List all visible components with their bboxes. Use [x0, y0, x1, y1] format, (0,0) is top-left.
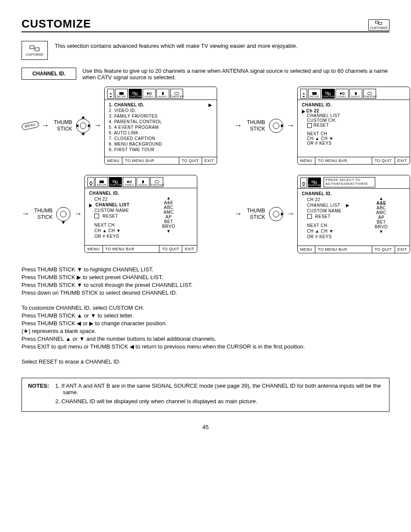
svg-rect-25 [326, 92, 328, 94]
svg-rect-3 [35, 48, 39, 51]
svg-rect-26 [328, 93, 330, 95]
svg-rect-13 [133, 92, 135, 94]
screen-title: CHANNEL ID. [302, 191, 350, 196]
svg-rect-24 [312, 92, 317, 95]
note-item: CHANNEL ID will be displayed only when c… [55, 398, 383, 404]
preset-item: BET [358, 220, 405, 224]
preset-item: ABC [358, 205, 405, 210]
svg-rect-2 [30, 46, 34, 49]
svg-marker-22 [302, 93, 305, 94]
notes-label: NOTES: [28, 383, 49, 407]
row: OR # KEYS [302, 141, 405, 146]
row: CH ▲ CH ▼ [89, 228, 137, 233]
tab-theater: THEATER [363, 89, 376, 99]
tab-customize: CUSTOMIZE [308, 177, 321, 187]
svg-rect-39 [113, 180, 115, 182]
svg-point-20 [273, 123, 279, 129]
tab-customize: CUSTOMIZE [322, 89, 335, 99]
svg-point-31 [56, 207, 70, 221]
page-title: CUSTOMIZE [22, 17, 91, 31]
customize-icon-corner: CUSTOMIZE [368, 19, 389, 31]
tab-theater: THEATER [170, 89, 183, 99]
thumb-stick-label: THUMB STICK [245, 208, 265, 220]
menu-item: 3. FAMILY FAVORITES [109, 114, 212, 118]
arrow-right-icon [287, 121, 295, 130]
flow-grid: MENU THUMB STICK SETUP CUSTOMIZE VIDEO A… [22, 87, 389, 253]
tab-video: VIDEO [123, 177, 136, 187]
row: CUSTOM NAME [89, 208, 137, 213]
instruction-line: Press CHANNEL ▲ or ▼ and the number butt… [22, 336, 389, 342]
preset-item: AP [358, 215, 405, 220]
menu-tab-bar: CUSTOMIZE PRESS SELECT TO ACTIVATE/DEACT… [298, 175, 410, 189]
svg-marker-51 [305, 183, 305, 185]
checkbox-icon [307, 123, 312, 128]
svg-marker-36 [89, 183, 90, 184]
arrow-right-icon [94, 121, 102, 130]
tab-video: VIDEO [143, 89, 156, 99]
note-item: If ANT A and ANT B are in the same SIGNA… [55, 383, 383, 395]
flow-cell-2: THUMB STICK SETUP CUSTOMIZE VIDEO AUDIO … [234, 87, 410, 165]
svg-marker-37 [92, 183, 93, 184]
tab-setup: SETUP [95, 177, 108, 187]
tab-video: VIDEO [336, 89, 349, 99]
svg-rect-40 [115, 181, 118, 183]
tab-setup: SETUP [115, 89, 128, 99]
instruction-line: Press down on THUMB STICK to select desi… [22, 289, 389, 296]
preset-item: AMC [358, 210, 405, 215]
svg-rect-52 [312, 181, 314, 183]
intro-icon-cell: CUSTOMIZE [22, 41, 48, 60]
instructions: Press THUMB STICK ▼ to highlight CHANNEL… [22, 266, 389, 365]
preset-item: ▲ [358, 196, 405, 201]
row: CUSTOM CH. [302, 118, 405, 123]
left-col: CHANNEL ID. CH 22 CHANNEL LIST▶ CUSTOM N… [302, 191, 350, 243]
arrow-right-icon [234, 209, 242, 218]
notes-box: NOTES: If ANT A and ANT B are in the sam… [22, 378, 389, 412]
svg-marker-10 [109, 93, 112, 94]
tab-setup: SETUP [308, 89, 321, 99]
thumb-stick-label: THUMB STICK [52, 119, 72, 132]
preset-item: ABC [145, 205, 193, 210]
svg-marker-49 [302, 185, 305, 186]
page-header: CUSTOMIZE CUSTOMIZE [22, 17, 389, 32]
preset-item: BRVO [358, 224, 405, 229]
svg-marker-11 [109, 96, 112, 97]
channel-list-body: CHANNEL ID. CH 22 CHANNEL LIST CUSTOM NA… [85, 188, 197, 245]
menu-screen-channel-list: SETUP CUSTOMIZE VIDEO AUDIO THEATER CHAN… [84, 175, 197, 253]
thumb-stick-icon [75, 113, 91, 138]
preset-item: AP [145, 215, 193, 219]
channel-id-body: CHANNEL ID. Ch 22 CHANNEL LIST CUSTOM CH… [298, 100, 410, 157]
tab-audio: AUDIO [349, 89, 362, 99]
row: CHANNEL LIST [302, 113, 405, 118]
customize-icon: CUSTOMIZE [25, 44, 45, 57]
preset-item: A&E [145, 200, 193, 205]
thumb-stick-icon [268, 113, 284, 138]
flow-cell-3: THUMB STICK SETUP CUSTOMIZE VIDEO AUDIO … [22, 175, 217, 253]
svg-rect-27 [340, 93, 342, 94]
row: CH ▲ CH ▼ [302, 229, 350, 233]
preset-item: AMC [145, 210, 193, 215]
flow-cell-4: THUMB STICK CUSTOMIZE PRESS SELECT TO AC… [234, 175, 410, 253]
arrow-right-icon [234, 121, 242, 130]
row: RESET [302, 123, 405, 128]
svg-rect-15 [147, 93, 149, 94]
tab-customize: CUSTOMIZE [109, 177, 122, 187]
menu-screen-channel-id: SETUP CUSTOMIZE VIDEO AUDIO THEATER CHAN… [297, 87, 410, 165]
svg-rect-1 [379, 22, 382, 25]
cursor-tab-icon [87, 177, 94, 187]
row: NEXT CH [302, 223, 350, 228]
instruction-line: Press THUMB STICK ▲ or ▼ to select lette… [22, 312, 389, 319]
arrow-right-icon [74, 209, 82, 218]
page-number: 45 [22, 424, 389, 430]
preset-item: ▲ [145, 196, 193, 200]
notes-list: If ANT A and ANT B are in the same SIGNA… [55, 383, 383, 407]
preset-item-selected: A&E [358, 201, 405, 205]
row: CH 22 [302, 197, 350, 202]
menu-item: 6. AUTO LINK [109, 131, 212, 135]
menu-item: 4. PARENTAL CONTROL [109, 119, 212, 124]
channel-id-text: Use this feature to give up to 20 channe… [82, 68, 389, 81]
feature-row: CHANNEL ID. Use this feature to give up … [22, 68, 389, 81]
menu-item: 5. 4 EVENT PROGRAM [109, 125, 212, 130]
instruction-line: Press THUMB STICK ▼ to highlight CHANNEL… [22, 266, 389, 273]
menu-item: 7. CLOSED CAPTION [109, 136, 212, 141]
preset-col: ▲ A&E ABC AMC AP BET BRVO ▼ [358, 191, 405, 243]
